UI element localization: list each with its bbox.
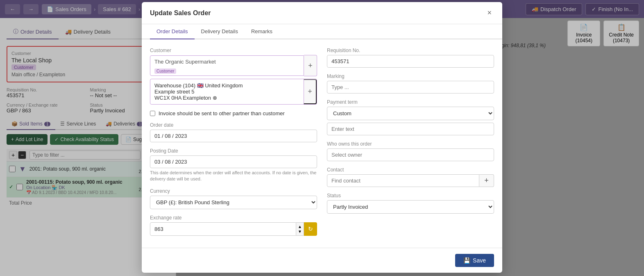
order-date-group: Order date xyxy=(150,122,317,142)
modal: Update Sales Order × Order Details Deliv… xyxy=(142,2,502,273)
modal-header: Update Sales Order × xyxy=(142,2,502,24)
posting-date-label: Posting Date xyxy=(150,148,317,154)
refresh-icon: ↻ xyxy=(308,226,313,232)
req-no-input[interactable] xyxy=(327,55,494,68)
exchange-rate-wrap: ▲ ▼ ↻ xyxy=(150,222,317,236)
status-select[interactable]: Partly Invoiced xyxy=(327,200,494,214)
modal-close-button[interactable]: × xyxy=(485,8,494,18)
posting-date-helper: This date determines when the order will… xyxy=(150,170,317,182)
exchange-refresh-button[interactable]: ↻ xyxy=(304,222,317,236)
contact-row: + xyxy=(327,174,494,187)
req-no-group: Requisition No. xyxy=(327,48,494,68)
address-line1: Warehouse (104) 🇬🇧 United Kingdom xyxy=(154,82,313,89)
exchange-rate-group: Exchange rate ▲ ▼ ↻ xyxy=(150,215,317,236)
who-owns-input[interactable] xyxy=(327,148,494,161)
address-line2: Example street 5 xyxy=(154,89,313,95)
modal-tab-order-details[interactable]: Order Details xyxy=(150,24,195,39)
order-date-wrap xyxy=(150,130,317,142)
address-box: Warehouse (104) 🇬🇧 United Kingdom Exampl… xyxy=(150,79,317,105)
customer-form-group: Customer The Organic Supermarket Custome… xyxy=(150,48,317,105)
payment-term-label: Payment term xyxy=(327,99,494,105)
contact-add-button[interactable]: + xyxy=(479,174,494,187)
status-group: Status Partly Invoiced xyxy=(327,193,494,214)
exchange-rate-input[interactable] xyxy=(150,222,296,236)
customer-form-label: Customer xyxy=(150,48,317,53)
customer-add-button[interactable]: + xyxy=(304,55,317,76)
modal-right-col: Requisition No. Marking Payment term xyxy=(327,48,494,242)
modal-tab-remarks[interactable]: Remarks xyxy=(245,24,279,39)
marking-input[interactable] xyxy=(327,81,494,94)
modal-title: Update Sales Order xyxy=(150,9,211,17)
payment-term-group: Payment term Custom xyxy=(327,99,494,135)
posting-date-wrap xyxy=(150,155,317,168)
payment-term-text-input[interactable] xyxy=(327,123,494,135)
posting-date-group: Posting Date This date determines when t… xyxy=(150,148,317,182)
order-date-input[interactable] xyxy=(150,130,317,142)
address-add-button[interactable]: + xyxy=(304,79,317,104)
modal-body: Customer The Organic Supermarket Custome… xyxy=(142,39,502,248)
payment-term-select[interactable]: Custom xyxy=(327,107,494,120)
currency-label: Currency xyxy=(150,188,317,194)
marking-form-label: Marking xyxy=(327,73,494,79)
save-icon: 💾 xyxy=(463,257,470,264)
who-owns-label: Who owns this order xyxy=(327,141,494,147)
invoice-checkbox-label: Invoice should be sent to other partner … xyxy=(159,110,285,116)
modal-tab-delivery-details[interactable]: Delivery Details xyxy=(195,24,245,39)
customer-modal-tag: Customer xyxy=(154,68,176,74)
address-line3: WC1X 0HA Exampleton ⊗ xyxy=(154,95,313,101)
customer-input-wrap: The Organic Supermarket Customer xyxy=(150,55,304,76)
modal-footer: 💾 Save xyxy=(142,248,502,273)
status-form-label: Status xyxy=(327,193,494,198)
page-background: ← → 📄 Sales Orders › Sales # 682 › 🔗 0 ✓… xyxy=(0,0,644,276)
exchange-arrows[interactable]: ▲ ▼ xyxy=(296,222,304,236)
invoice-checkbox[interactable] xyxy=(150,111,155,116)
modal-tabs: Order Details Delivery Details Remarks xyxy=(142,24,502,39)
contact-input[interactable] xyxy=(327,174,479,187)
order-date-label: Order date xyxy=(150,122,317,128)
modal-overlay: Update Sales Order × Order Details Deliv… xyxy=(0,0,644,276)
down-arrow-icon: ▼ xyxy=(298,229,302,234)
invoice-checkbox-row: Invoice should be sent to other partner … xyxy=(150,110,317,116)
currency-group: Currency GBP (£): British Pound Sterling xyxy=(150,188,317,209)
who-owns-group: Who owns this order xyxy=(327,141,494,161)
marking-group: Marking xyxy=(327,73,494,94)
up-arrow-icon: ▲ xyxy=(298,224,302,229)
customer-input-row: The Organic Supermarket Customer + xyxy=(150,55,317,76)
customer-input-value[interactable]: The Organic Supermarket xyxy=(150,56,304,68)
modal-columns: Customer The Organic Supermarket Custome… xyxy=(150,48,494,242)
posting-date-input[interactable] xyxy=(150,155,317,168)
req-no-label: Requisition No. xyxy=(327,48,494,53)
contact-group: Contact + xyxy=(327,167,494,187)
save-button[interactable]: 💾 Save xyxy=(455,254,494,267)
currency-select[interactable]: GBP (£): British Pound Sterling xyxy=(150,196,317,209)
modal-left-col: Customer The Organic Supermarket Custome… xyxy=(150,48,317,242)
exchange-rate-label: Exchange rate xyxy=(150,215,317,221)
contact-label: Contact xyxy=(327,167,494,173)
